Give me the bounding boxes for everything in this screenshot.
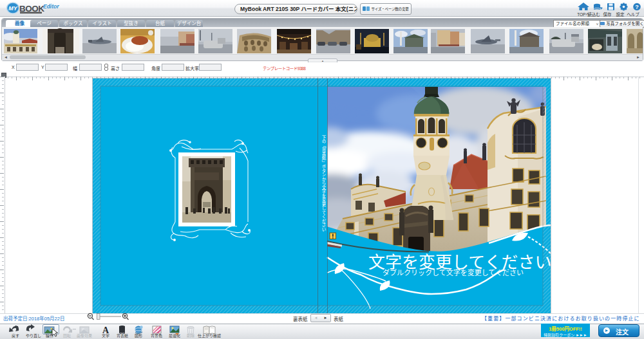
svg-text:?: ?	[635, 4, 639, 10]
svg-text:BOOK: BOOK	[19, 4, 44, 14]
svg-text:Editor: Editor	[43, 3, 59, 10]
svg-text:MY: MY	[8, 5, 17, 12]
